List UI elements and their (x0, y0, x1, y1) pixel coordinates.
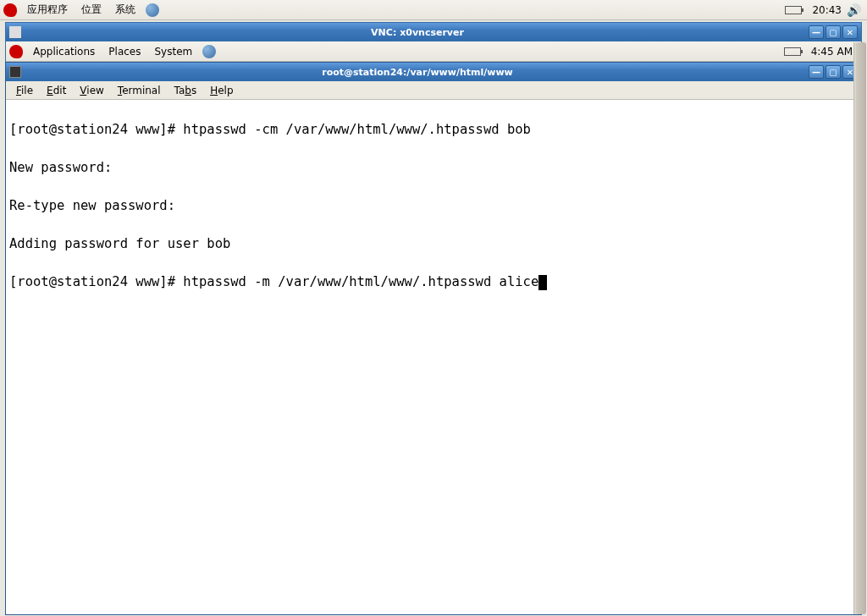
battery-icon[interactable] (785, 6, 802, 14)
terminal-line: [root@station24 www]# htpasswd -m /var/w… (9, 272, 858, 291)
terminal-title: root@station24:/var/www/html/www (26, 67, 809, 78)
menu-terminal[interactable]: Terminal (111, 83, 168, 98)
remote-menu-system[interactable]: System (147, 44, 199, 59)
vnc-title: VNC: x0vncserver (26, 27, 809, 38)
menu-view[interactable]: View (73, 83, 110, 98)
minimize-button[interactable]: — (809, 65, 824, 79)
terminal-window: root@station24:/var/www/html/www — ▢ ✕ F… (5, 62, 862, 615)
menu-edit[interactable]: Edit (40, 83, 73, 98)
remote-menu-places[interactable]: Places (102, 44, 147, 59)
host-clock[interactable]: 20:43 (812, 4, 842, 16)
minimize-button[interactable]: — (809, 25, 824, 39)
host-menu-places[interactable]: 位置 (75, 1, 108, 19)
maximize-button[interactable]: ▢ (826, 25, 841, 39)
vnc-window: VNC: x0vncserver — ▢ ✕ Applications Plac… (5, 22, 862, 614)
vnc-scrollbar[interactable] (853, 42, 867, 614)
battery-icon[interactable] (784, 47, 801, 56)
host-menu-system[interactable]: 系统 (108, 1, 142, 19)
terminal-cursor (538, 275, 547, 290)
remote-menu-applications[interactable]: Applications (26, 44, 102, 59)
terminal-titlebar[interactable]: root@station24:/var/www/html/www — ▢ ✕ (6, 63, 861, 81)
terminal-line: New password: (9, 158, 858, 177)
remote-gnome-panel: Applications Places System 4:45 AM (6, 41, 861, 62)
browser-launcher-icon[interactable] (202, 45, 216, 58)
terminal-line: Re-type new password: (9, 196, 858, 215)
menu-file[interactable]: File (9, 83, 40, 98)
vnc-remote-desktop: Applications Places System 4:45 AM root@… (6, 41, 861, 613)
browser-launcher-icon[interactable] (146, 3, 159, 17)
terminal-app-icon (9, 66, 21, 78)
volume-icon[interactable] (847, 4, 860, 16)
redhat-icon (3, 3, 17, 17)
terminal-content[interactable]: [root@station24 www]# htpasswd -cm /var/… (6, 100, 861, 614)
redhat-icon (9, 45, 23, 58)
terminal-line: Adding password for user bob (9, 234, 858, 253)
terminal-window-controls: — ▢ ✕ (809, 65, 858, 79)
terminal-line: [root@station24 www]# htpasswd -cm /var/… (9, 120, 858, 139)
maximize-button[interactable]: ▢ (826, 65, 841, 79)
host-menu-applications[interactable]: 应用程序 (20, 1, 75, 19)
vnc-window-controls: — ▢ ✕ (809, 25, 858, 39)
close-button[interactable]: ✕ (842, 25, 858, 39)
vnc-app-icon (9, 26, 21, 38)
menu-help[interactable]: Help (203, 83, 240, 98)
vnc-titlebar[interactable]: VNC: x0vncserver — ▢ ✕ (6, 23, 861, 41)
terminal-menubar: File Edit View Terminal Tabs Help (6, 81, 861, 100)
remote-clock[interactable]: 4:45 AM (811, 46, 853, 58)
scrollbar-thumb[interactable] (856, 42, 866, 614)
host-gnome-panel: 应用程序 位置 系统 20:43 (0, 0, 867, 20)
menu-tabs[interactable]: Tabs (168, 83, 204, 98)
